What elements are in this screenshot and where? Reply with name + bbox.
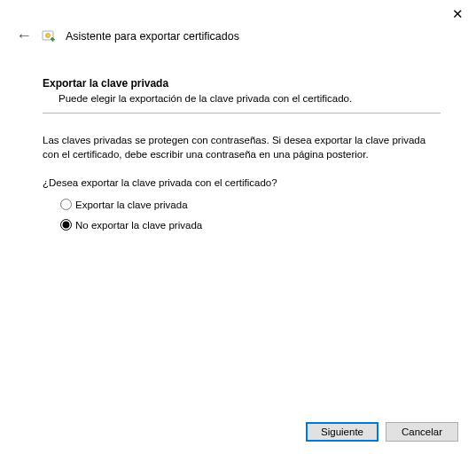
radio-group: Exportar la clave privada No exportar la… bbox=[43, 199, 441, 231]
svg-point-1 bbox=[46, 33, 51, 37]
question-text: ¿Desea exportar la clave privada con el … bbox=[43, 177, 441, 188]
section-description: Puede elegir la exportación de la clave … bbox=[43, 93, 441, 104]
radio-no-export-label: No exportar la clave privada bbox=[75, 220, 202, 231]
radio-no-export-key[interactable]: No exportar la clave privada bbox=[60, 219, 441, 231]
close-icon[interactable]: ✕ bbox=[452, 7, 464, 20]
wizard-footer: Siguiente Cancelar bbox=[306, 422, 458, 442]
certificate-wizard-icon bbox=[41, 28, 57, 44]
wizard-header: ← Asistente para exportar certificados bbox=[0, 0, 476, 54]
radio-export-input[interactable] bbox=[60, 199, 72, 210]
radio-no-export-input[interactable] bbox=[60, 219, 72, 231]
radio-export-label: Exportar la clave privada bbox=[75, 200, 188, 210]
wizard-content: Exportar la clave privada Puede elegir l… bbox=[0, 54, 476, 231]
next-button[interactable]: Siguiente bbox=[306, 422, 378, 442]
cancel-button[interactable]: Cancelar bbox=[386, 422, 458, 442]
divider bbox=[43, 113, 441, 114]
wizard-title: Asistente para exportar certificados bbox=[66, 30, 239, 43]
back-arrow-icon[interactable]: ← bbox=[16, 27, 32, 45]
radio-export-key[interactable]: Exportar la clave privada bbox=[60, 199, 441, 210]
info-text: Las claves privadas se protegen con cont… bbox=[43, 133, 441, 161]
section-heading: Exportar la clave privada bbox=[43, 77, 441, 90]
